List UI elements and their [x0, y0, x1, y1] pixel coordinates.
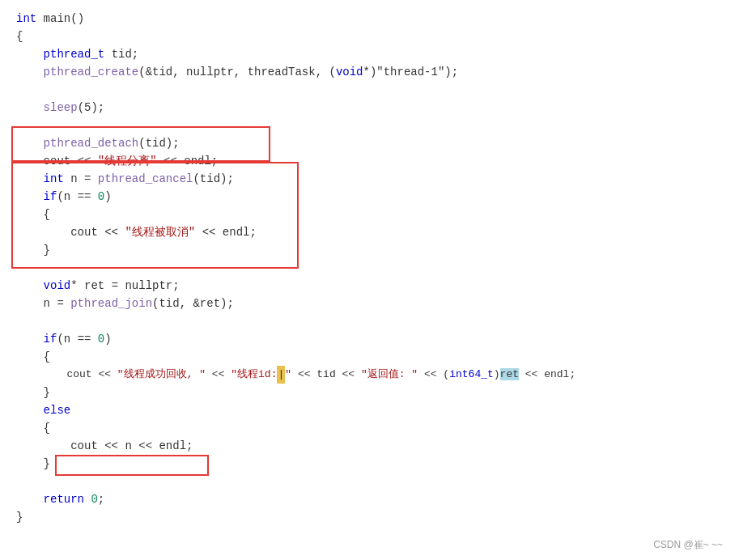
- code-line-22: }: [16, 384, 723, 401]
- code-line-10: int n = pthread_cancel(tid);: [16, 170, 723, 188]
- code-line-29: }: [16, 508, 723, 526]
- code-line-13: cout << "线程被取消" << endl;: [16, 223, 723, 241]
- code-line-12: {: [16, 206, 723, 223]
- code-line-26: }: [16, 455, 723, 473]
- code-line-20: {: [16, 348, 723, 366]
- code-line-23: else: [16, 401, 723, 419]
- code-line-5: [16, 81, 723, 99]
- code-line-14: }: [16, 241, 723, 259]
- code-line-21: cout << "线程成功回收, " << "线程id:|" << tid <<…: [16, 366, 723, 384]
- code-line-9: cout << "线程分离" << endl;: [16, 152, 723, 170]
- code-line-27: [16, 473, 723, 490]
- code-line-8: pthread_detach(tid);: [16, 134, 723, 152]
- csdn-watermark: CSDN @崔~ ~~: [653, 538, 723, 552]
- code-line-17: n = pthread_join(tid, &ret);: [16, 295, 723, 312]
- code-line-4: pthread_create(&tid, nullptr, threadTask…: [16, 63, 723, 81]
- code-line-18: [16, 312, 723, 330]
- code-line-24: {: [16, 419, 723, 437]
- code-line-28: return 0;: [16, 490, 723, 508]
- code-line-2: {: [16, 28, 723, 45]
- code-line-3: pthread_t tid;: [16, 45, 723, 63]
- code-line-1: int main(): [16, 10, 723, 28]
- code-line-25: cout << n << endl;: [16, 437, 723, 455]
- code-line-16: void* ret = nullptr;: [16, 277, 723, 295]
- code-line-11: if(n == 0): [16, 188, 723, 206]
- code-container: int main() { pthread_t tid; pthread_crea…: [0, 0, 739, 560]
- code-line-7: [16, 117, 723, 134]
- code-line-15: [16, 259, 723, 277]
- code-line-6: sleep(5);: [16, 99, 723, 117]
- code-line-19: if(n == 0): [16, 330, 723, 348]
